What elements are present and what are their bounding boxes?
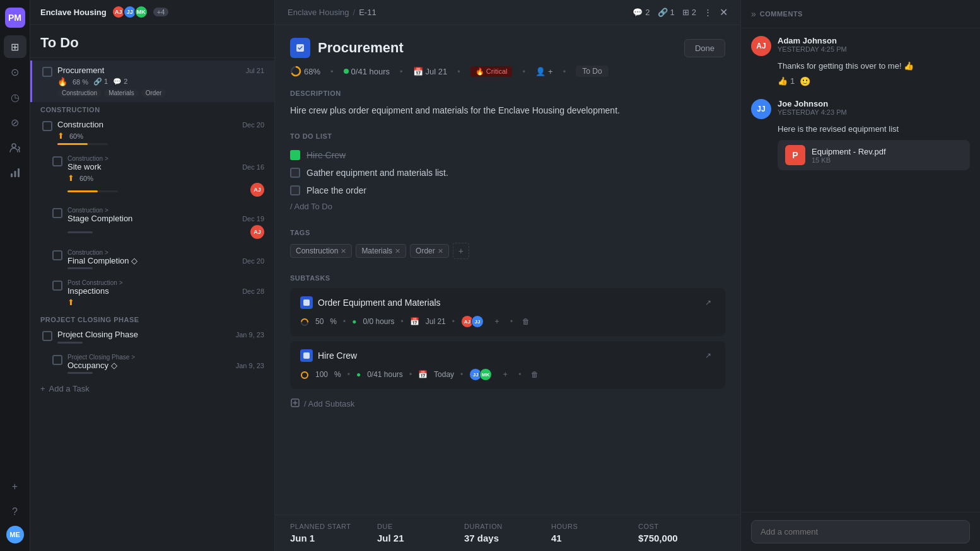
add-todo-button[interactable]: / Add To Do (290, 199, 725, 214)
subtask-name-1: Hire Crew (318, 351, 357, 361)
task-checkbox-occupancy[interactable] (52, 355, 62, 365)
stat-cost: COST $750,000 (638, 523, 725, 543)
task-detail-icon (290, 38, 310, 58)
stat-hours: HOURS 41 (551, 523, 638, 543)
dot-sep-0: • (343, 317, 346, 326)
task-checkbox-site-work[interactable] (52, 156, 62, 166)
nav-inbox-icon[interactable]: ⊙ (4, 61, 26, 83)
header-close-btn[interactable]: ✕ (720, 6, 728, 18)
task-name-occupancy: Occupancy ◇ (67, 361, 117, 370)
task-item-occupancy[interactable]: Project Closing Phase > Occupancy ◇ Jan … (30, 349, 274, 379)
comment-text-1: Here is the revised equipment list (778, 123, 970, 136)
task-checkbox-final-completion[interactable] (52, 250, 62, 260)
task-item-construction[interactable]: Construction Dec 20 ⬆ 60% (30, 115, 274, 150)
tag-remove-order[interactable]: ✕ (438, 247, 443, 255)
subtasks-section: SUBTASKS Order Equipment and Materials ↗ (290, 274, 725, 414)
todo-item-1: Gather equipment and materials list. (290, 164, 725, 182)
svg-rect-10 (303, 352, 310, 359)
task-date-occupancy: Jan 9, 23 (236, 362, 264, 369)
task-item-stage-completion[interactable]: Construction > Stage Completion Dec 19 A… (30, 202, 274, 244)
task-date-procurement: Jul 21 (246, 67, 264, 74)
subtask-icon-0 (300, 296, 313, 309)
task-date-site-work: Dec 16 (242, 163, 264, 171)
progress-bar-closing (57, 342, 83, 344)
critical-badge: 🔥 Critical (470, 66, 513, 77)
add-task-button[interactable]: + Add a Task (30, 379, 274, 398)
subtask-delete-1[interactable]: 🗑 (528, 368, 542, 381)
collapse-panel-icon[interactable]: » (751, 9, 756, 19)
subtask-external-0[interactable]: ↗ (701, 296, 715, 310)
progress-circle-icon (290, 66, 301, 77)
subtask-add-1[interactable]: + (498, 368, 512, 381)
header-stat-subtasks: ⊞ 2 (682, 8, 696, 17)
tag-materials: Materials (104, 89, 139, 97)
subtask-add-0[interactable]: + (490, 315, 504, 328)
subtask-parent-occupancy: Project Closing Phase > (67, 354, 264, 361)
add-subtask-button[interactable]: / Add Subtask (290, 394, 725, 414)
tags-label: TAGS (290, 229, 725, 236)
nav-reports-icon[interactable] (4, 161, 26, 184)
task-priority-procurement: 🔥 (57, 77, 67, 86)
section-construction: Construction (30, 102, 274, 115)
task-comments-procurement: 💬 2 (113, 78, 127, 86)
task-checkbox-procurement[interactable] (42, 67, 52, 77)
subtask-name-0: Order Equipment and Materials (318, 298, 441, 308)
svg-rect-1 (11, 173, 13, 177)
nav-home-icon[interactable]: ⊞ (4, 35, 26, 58)
progress-bar-occupancy (67, 372, 93, 374)
nav-add-icon[interactable]: + (4, 475, 26, 498)
todo-checkbox-2[interactable] (290, 185, 300, 195)
task-item-procurement[interactable]: Procurement Jul 21 🔥 68% 🔗 1 💬 2 Constru… (30, 61, 274, 102)
task-list-title: To Do (40, 35, 264, 51)
add-task-icon: + (40, 384, 45, 393)
hours-dot-1: ● (356, 370, 361, 379)
tags-section: TAGS Construction ✕ Materials ✕ Order ✕ … (290, 229, 725, 259)
header-stat-links: 🔗 1 (658, 8, 675, 17)
cal-icon-1: 📅 (418, 370, 428, 379)
task-checkbox-inspections[interactable] (52, 281, 62, 291)
tag-remove-construction[interactable]: ✕ (341, 247, 346, 255)
reaction-thumbsup-0[interactable]: 👍 1 (778, 76, 795, 86)
task-name-construction: Construction (57, 120, 103, 129)
progress-bar-construction (57, 143, 108, 145)
fire-icon: 🔥 (475, 67, 484, 76)
todo-checkbox-0[interactable] (290, 150, 300, 160)
comments-list: AJ Adam Johnson YESTERDAY 4:25 PM Thanks… (741, 28, 980, 512)
task-list-scroll[interactable]: Procurement Jul 21 🔥 68% 🔗 1 💬 2 Constru… (30, 58, 274, 551)
app-logo[interactable]: PM (5, 8, 25, 28)
nav-user-avatar[interactable]: ME (6, 526, 24, 543)
task-checkbox-construction[interactable] (42, 121, 52, 131)
subtask-external-1[interactable]: ↗ (701, 349, 715, 362)
comment-input[interactable] (751, 520, 970, 543)
task-name-site-work: Site work (67, 162, 101, 171)
subtask-parent-inspections: Post Construction > (67, 279, 264, 286)
nav-docs-icon[interactable]: ⊘ (4, 111, 26, 134)
task-links-procurement: 🔗 1 (93, 78, 108, 86)
comment-text-0: Thanks for getting this over to me! 👍 (778, 60, 970, 72)
task-checkbox-closing-phase[interactable] (42, 331, 52, 341)
nav-time-icon[interactable]: ◷ (4, 86, 26, 108)
svg-rect-3 (18, 168, 20, 177)
tag-add-button[interactable]: + (453, 243, 469, 259)
task-item-final-completion[interactable]: Construction > Final Completion ◇ Dec 20 (30, 244, 274, 274)
subtask-delete-0[interactable]: 🗑 (519, 315, 533, 328)
subtask-avatars-1: JJ MK (469, 368, 492, 381)
header-more-btn[interactable]: ⋮ (704, 8, 712, 17)
subtask-avatars-0: AJ JJ (461, 315, 484, 328)
nav-help-icon[interactable]: ? (4, 501, 26, 523)
task-list-panel: Enclave Housing AJ JJ MK +4 To Do Procur… (30, 0, 275, 551)
link-icon: 🔗 (658, 8, 668, 17)
todo-item-2: Place the order (290, 182, 725, 199)
task-item-closing-phase[interactable]: Project Closing Phase Jan 9, 23 (30, 325, 274, 349)
task-checkbox-stage-completion[interactable] (52, 208, 62, 218)
todo-text-2: Place the order (306, 185, 366, 195)
tag-remove-materials[interactable]: ✕ (395, 247, 400, 255)
avatar-site-work: AJ (250, 183, 264, 197)
nav-team-icon[interactable] (4, 136, 26, 159)
tag-construction: Construction (57, 89, 102, 97)
todo-checkbox-1[interactable] (290, 168, 300, 178)
task-item-inspections[interactable]: Post Construction > Inspections Dec 28 ⬆ (30, 274, 274, 312)
task-item-site-work[interactable]: Construction > Site work Dec 16 ⬆ 60% AJ (30, 150, 274, 202)
done-button[interactable]: Done (684, 39, 725, 57)
emoji-btn-0[interactable]: 🙂 (800, 76, 810, 86)
